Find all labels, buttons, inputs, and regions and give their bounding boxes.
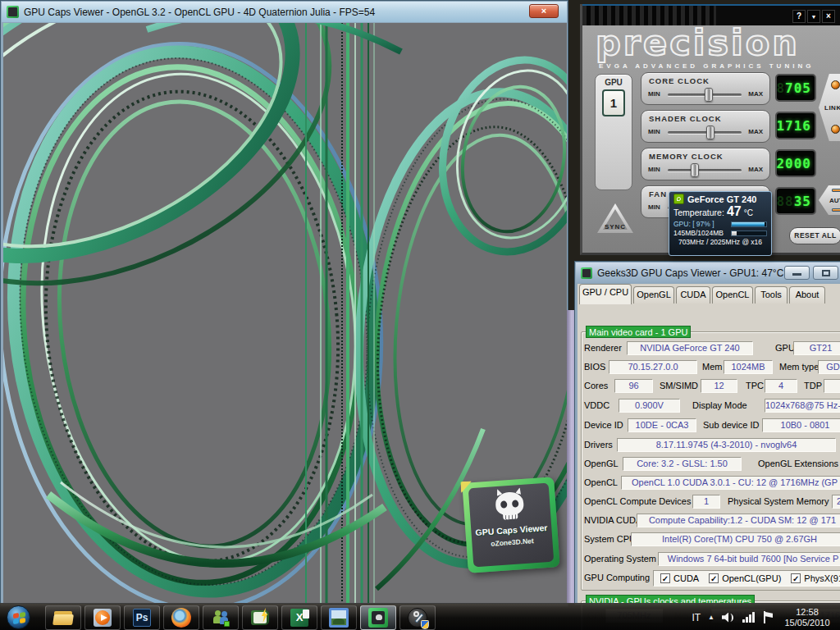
nvidia-cuda-label: NVIDIA CUDA bbox=[584, 515, 641, 525]
min-label: MIN bbox=[648, 203, 660, 211]
core-clock-slider[interactable] bbox=[668, 94, 742, 96]
checkbox-opencl-gpu[interactable]: ✓ OpenCL(GPU) bbox=[709, 573, 781, 583]
link-button[interactable]: LINK bbox=[819, 74, 840, 141]
drivers-label: Drivers bbox=[584, 440, 613, 450]
link-led-top bbox=[831, 80, 840, 89]
opengl-extensions-link[interactable]: OpenGL Extensions bbox=[758, 459, 838, 468]
language-indicator[interactable]: IT bbox=[692, 612, 701, 623]
vddc-label: VDDC bbox=[584, 400, 609, 410]
tray-date: 15/05/2010 bbox=[781, 618, 833, 628]
start-button[interactable] bbox=[7, 605, 30, 629]
gpu-caps-viewer-window: Geeks3D GPU Caps Viewer - GPU1: 47°C GPU… bbox=[574, 261, 840, 605]
max-label: MAX bbox=[748, 90, 763, 98]
opencl-label: OpenCL bbox=[584, 477, 618, 487]
tab-opengl[interactable]: OpenGL bbox=[633, 286, 674, 304]
network-icon[interactable] bbox=[742, 612, 756, 623]
gpu-value: GT21 bbox=[793, 341, 840, 355]
checkbox-icon[interactable]: ✓ bbox=[709, 573, 719, 583]
system-cpu-value: Intel(R) Core(TM) CPU 750 @ 2.67GH bbox=[631, 532, 840, 546]
tab-cuda[interactable]: CUDA bbox=[676, 286, 710, 304]
tab-opencl[interactable]: OpenCL bbox=[712, 286, 753, 304]
checkbox-physx[interactable]: ✓ PhysX(9100 bbox=[791, 573, 840, 583]
gpu-caps-app-icon bbox=[7, 6, 19, 18]
menu-button[interactable]: ▼ bbox=[807, 10, 820, 23]
caps-window-title: Geeks3D GPU Caps Viewer - GPU1: 47°C bbox=[597, 267, 783, 279]
taskbar-item-settings-tool[interactable] bbox=[399, 605, 436, 630]
shader-clock-slider-thumb[interactable] bbox=[706, 126, 714, 139]
memory-usage-label: 145MB/1024MB bbox=[673, 229, 724, 237]
taskbar-item-explorer[interactable] bbox=[45, 605, 81, 630]
checkbox-label: OpenCL(GPU) bbox=[722, 573, 781, 583]
bios-value: 70.15.27.0.0 bbox=[609, 360, 697, 374]
help-button[interactable]: ? bbox=[792, 10, 806, 23]
sync-label: SYNC bbox=[596, 223, 635, 231]
media-player-icon bbox=[92, 607, 113, 628]
taskbar-item-media-player[interactable] bbox=[84, 605, 121, 630]
clocks-readout: 703MHz / 2025MHz @ x16 bbox=[673, 238, 767, 246]
close-button[interactable]: × bbox=[822, 10, 835, 23]
taskbar-item-excel[interactable]: X bbox=[281, 605, 317, 630]
system-cpu-label: System CPU bbox=[584, 534, 636, 544]
opengl-viewport: GPU Caps Viewer oZone3D.Net bbox=[3, 23, 567, 603]
maximize-button[interactable] bbox=[813, 266, 838, 280]
gpu-1-button[interactable]: 1 bbox=[602, 89, 625, 116]
auto-fan-button[interactable]: AUTO bbox=[819, 185, 840, 215]
checkbox-icon[interactable]: ✓ bbox=[660, 573, 670, 583]
gl-demo-window: GPU Caps Viewer - OpenGL 3.2 - OpenCL GP… bbox=[0, 0, 568, 607]
checkbox-cuda[interactable]: ✓ CUDA bbox=[660, 573, 699, 583]
opengl-label: OpenGL bbox=[584, 459, 619, 468]
drivers-value: 8.17.11.9745 (4-3-2010) - nvoglv64 bbox=[617, 438, 836, 452]
book-lightning-icon bbox=[249, 607, 271, 628]
core-clock-slider-thumb[interactable] bbox=[705, 88, 713, 102]
image-viewer-icon bbox=[328, 607, 349, 628]
shader-clock-slider[interactable] bbox=[668, 131, 742, 134]
sync-button[interactable]: SYNC bbox=[596, 203, 635, 241]
bios-label: BIOS bbox=[584, 362, 605, 372]
precision-logo: precision bbox=[596, 25, 800, 61]
max-label: MAX bbox=[748, 128, 763, 135]
physical-memory-value: 20 bbox=[832, 495, 840, 509]
tab-tools[interactable]: Tools bbox=[755, 286, 788, 304]
os-label: Operating System bbox=[584, 554, 656, 564]
photoshop-icon: Ps bbox=[131, 607, 153, 628]
minimize-button[interactable] bbox=[784, 266, 810, 280]
gpu-selector-panel: GPU 1 bbox=[595, 74, 632, 190]
tab-about[interactable]: About bbox=[789, 286, 825, 304]
checkbox-icon[interactable]: ✓ bbox=[791, 573, 801, 583]
auto-label: AUTO bbox=[829, 197, 840, 204]
gpu-computing-checkboxes: ✓ CUDA ✓ OpenCL(GPU) ✓ PhysX(9100 bbox=[653, 570, 840, 587]
link-label: LINK bbox=[824, 104, 840, 112]
gl-window-titlebar[interactable]: GPU Caps Viewer - OpenGL 3.2 - OpenCL GP… bbox=[2, 2, 567, 22]
memtype-value: GD bbox=[818, 360, 840, 374]
taskbar-item-messenger[interactable] bbox=[203, 605, 239, 630]
volume-icon[interactable] bbox=[722, 612, 735, 623]
temperature-unit: °C bbox=[744, 208, 753, 217]
clock[interactable]: 12:58 15/05/2010 bbox=[781, 607, 833, 628]
tab-gpu-cpu[interactable]: GPU / CPU bbox=[579, 284, 632, 304]
taskbar-item-gpu-caps-viewer[interactable] bbox=[360, 605, 396, 630]
memory-clock-slider[interactable] bbox=[668, 169, 742, 171]
caps-body: GPU / CPU OpenGL CUDA OpenCL Tools About… bbox=[578, 284, 840, 605]
taskbar-item-notes-app[interactable] bbox=[242, 605, 278, 630]
gpu-caps-viewer-icon bbox=[368, 607, 389, 628]
gpu-monitor-tooltip: GeForce GT 240 Temperature: 47 °C GPU: [… bbox=[669, 191, 772, 256]
mem-label: Mem bbox=[702, 362, 722, 372]
sub-device-id-value: 10B0 - 0801 bbox=[762, 418, 840, 432]
min-label: MIN bbox=[648, 166, 660, 173]
nvidia-logo-icon bbox=[673, 194, 684, 204]
taskbar-item-image-viewer[interactable] bbox=[321, 605, 357, 630]
show-hidden-icons-button[interactable]: ▲ bbox=[708, 614, 714, 621]
tpc-label: TPC bbox=[746, 381, 764, 390]
windows-flag-icon bbox=[13, 612, 25, 624]
core-clock-led: 8705 bbox=[775, 74, 816, 102]
gpu-caps-badge: GPU Caps Viewer oZone3D.Net bbox=[462, 477, 559, 573]
taskbar-item-firefox[interactable] bbox=[163, 605, 199, 630]
action-center-flag-icon[interactable] bbox=[763, 611, 774, 623]
close-button[interactable]: × bbox=[529, 4, 559, 18]
temperature-label: Temperature: bbox=[673, 208, 724, 217]
memory-clock-slider-thumb[interactable] bbox=[691, 163, 699, 177]
tdp-label: TDP bbox=[804, 381, 822, 390]
taskbar-item-photoshop[interactable]: Ps bbox=[124, 605, 160, 630]
reset-all-button[interactable]: RESET ALL bbox=[789, 227, 840, 244]
video-card-group-label: Main video card - 1 GPU bbox=[586, 326, 691, 338]
